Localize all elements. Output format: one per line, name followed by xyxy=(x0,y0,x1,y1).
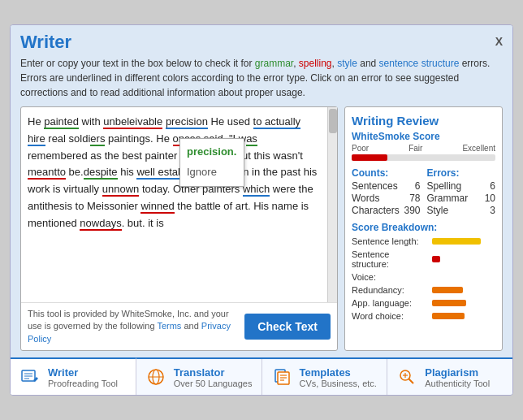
review-title: Writing Review xyxy=(352,114,495,128)
bar-app-language xyxy=(432,300,466,306)
errors-column: Errors: Spelling 6 Grammar 10 Style 3 xyxy=(427,167,496,217)
breakdown-voice: Voice: xyxy=(352,272,495,282)
counts-column: Counts: Sentences 6 Words 78 Characters … xyxy=(352,167,421,217)
app-title: Writer xyxy=(20,32,71,53)
ws-score-label: WhiteSmoke Score xyxy=(352,131,495,142)
bar-sentence-structure xyxy=(432,256,440,262)
text-scroll-area[interactable]: He painted with unbeleivable precision H… xyxy=(21,107,337,302)
nav-item-writer[interactable]: Writer Proofreading Tool xyxy=(11,357,136,395)
privacy-link[interactable]: Privacy Policy xyxy=(28,321,231,343)
score-labels: Poor Fair Excellent xyxy=(352,144,495,153)
count-chars: Characters 390 xyxy=(352,205,421,216)
nav-plagiarism-label: Plagiarism xyxy=(425,366,490,379)
error-winned[interactable]: winned xyxy=(140,200,174,214)
writer-icon xyxy=(19,366,41,388)
translator-icon xyxy=(145,366,167,388)
bottom-nav: Writer Proofreading Tool Translator Over… xyxy=(11,357,512,395)
nav-translator-label: Translator xyxy=(174,366,253,379)
nav-item-plagiarism[interactable]: Plagiarism Authenticity Tool xyxy=(387,359,512,395)
error-painted[interactable]: painted xyxy=(44,115,79,129)
footer-info: This tool is provided by WhiteSmoke, Inc… xyxy=(28,308,238,345)
main-window: Writer X Enter or copy your text in the … xyxy=(10,24,513,396)
content-area: He painted with unbeleivable precision H… xyxy=(11,106,512,357)
score-bar xyxy=(352,154,495,161)
error-style: Style 3 xyxy=(427,205,496,216)
nav-templates-sub: CVs, Business, etc. xyxy=(300,379,377,388)
scrollbar-thumb xyxy=(329,109,337,133)
nav-templates-texts: Templates CVs, Business, etc. xyxy=(300,366,377,388)
count-words: Words 78 xyxy=(352,193,421,204)
style-keyword: style xyxy=(337,58,357,69)
score-breakdown: Score Breakdown: Sentence length: Senten… xyxy=(352,222,495,321)
counts-errors: Counts: Sentences 6 Words 78 Characters … xyxy=(352,167,495,217)
score-fair: Fair xyxy=(408,144,422,153)
tooltip-correction[interactable]: precision. xyxy=(187,142,237,162)
breakdown-sentence-length: Sentence length: xyxy=(352,236,495,246)
error-nowdays[interactable]: nowdays xyxy=(80,217,121,231)
error-soldiers[interactable]: ers xyxy=(90,132,105,146)
nav-translator-texts: Translator Over 50 Languages xyxy=(174,366,253,388)
bar-sentence-length xyxy=(432,238,481,245)
nav-templates-label: Templates xyxy=(300,366,377,379)
nav-plagiarism-texts: Plagiarism Authenticity Tool xyxy=(425,366,490,388)
score-fill xyxy=(352,154,387,161)
title-bar: Writer X xyxy=(11,25,512,56)
tooltip-ignore[interactable]: Ignore xyxy=(187,162,237,183)
text-panel: He painted with unbeleivable precision H… xyxy=(20,106,338,351)
tooltip-box: precision. Ignore xyxy=(179,138,244,187)
check-text-button[interactable]: Check Text xyxy=(244,314,331,340)
nav-item-templates[interactable]: Templates CVs, Business, etc. xyxy=(262,359,388,395)
score-poor: Poor xyxy=(352,144,369,153)
error-which[interactable]: which xyxy=(243,183,270,197)
subtitle-text: Enter or copy your text in the box below… xyxy=(11,56,512,106)
grammar-keyword: grammar xyxy=(255,58,293,69)
count-sentences: Sentences 6 xyxy=(352,180,421,192)
error-unbeleivable[interactable]: unbeleivable xyxy=(103,115,162,129)
nav-item-translator[interactable]: Translator Over 50 Languages xyxy=(136,359,262,395)
close-button[interactable]: X xyxy=(495,35,503,48)
breakdown-title: Score Breakdown: xyxy=(352,222,495,233)
bar-redundancy xyxy=(432,287,463,293)
nav-writer-label: Writer xyxy=(48,366,118,379)
error-meantto[interactable]: meantto xyxy=(28,166,66,180)
error-precision[interactable]: precision xyxy=(166,115,208,129)
text-footer: This tool is provided by WhiteSmoke, Inc… xyxy=(21,302,337,350)
terms-link[interactable]: Terms xyxy=(157,321,181,331)
error-spelling: Spelling 6 xyxy=(427,180,496,192)
breakdown-word-choice: Word choice: xyxy=(352,311,495,321)
spelling-keyword: spelling xyxy=(299,58,332,69)
plagiarism-icon xyxy=(395,366,418,388)
svg-line-13 xyxy=(409,379,414,384)
bar-word-choice xyxy=(432,313,465,319)
errors-label: Errors: xyxy=(427,167,496,179)
nav-translator-sub: Over 50 Languages xyxy=(174,379,253,388)
nav-writer-texts: Writer Proofreading Tool xyxy=(48,366,118,388)
structure-keyword: sentence structure xyxy=(379,58,460,69)
error-unnown[interactable]: unnown xyxy=(102,183,140,197)
scrollbar[interactable] xyxy=(327,107,337,302)
breakdown-app-language: App. language: xyxy=(352,298,495,308)
breakdown-sentence-structure: Sentence structure: xyxy=(352,249,495,269)
error-w[interactable]: as xyxy=(246,132,257,146)
counts-label: Counts: xyxy=(352,167,421,179)
breakdown-redundancy: Redundancy: xyxy=(352,285,495,295)
nav-plagiarism-sub: Authenticity Tool xyxy=(425,379,490,388)
templates-icon xyxy=(270,366,293,388)
score-excellent: Excellent xyxy=(462,144,495,153)
error-despite[interactable]: despite xyxy=(84,166,118,180)
review-panel: Writing Review WhiteSmoke Score Poor Fai… xyxy=(344,106,503,351)
nav-writer-sub: Proofreading Tool xyxy=(48,379,118,388)
error-grammar: Grammar 10 xyxy=(427,193,496,204)
